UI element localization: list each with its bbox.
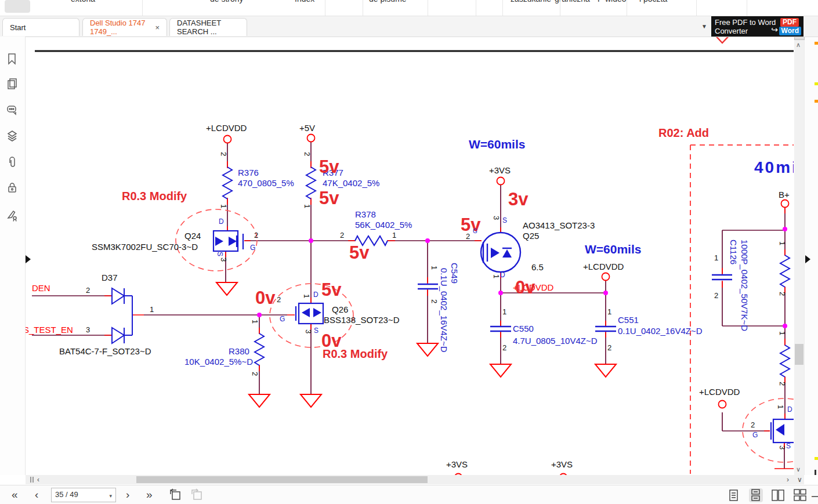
schematic-text: 5v [319, 189, 339, 208]
right-panel-expander-icon[interactable] [805, 255, 810, 263]
tab-close-icon[interactable]: × [155, 23, 160, 32]
menu-item-label[interactable]: extona [71, 0, 95, 3]
annotation-ellipses [176, 209, 794, 462]
next-page-button[interactable]: › [126, 488, 129, 501]
schematic-text: 4.7U_0805_10V4Z~D [513, 336, 598, 346]
menu-item-label[interactable]: Index [295, 0, 314, 3]
resistor-r376 [223, 167, 232, 199]
schematic-text: D [219, 218, 224, 226]
zoom-out-button[interactable]: – [812, 488, 818, 503]
tab-list-dropdown-icon[interactable]: ▼ [701, 23, 707, 30]
schematic-text: +3VS [489, 166, 511, 175]
schematic-text: 2 [303, 152, 311, 156]
schematic-text: 1 [502, 308, 506, 316]
schematic-text: 0.1U_0402_16V4Z~D [618, 327, 703, 336]
schematic-text: 5v [349, 244, 369, 263]
schematic-text: 1 [392, 231, 396, 240]
page-dropdown-icon[interactable]: ▾ [109, 493, 112, 499]
menu-item-label[interactable]: de pisume [369, 0, 407, 3]
single-page-view-icon[interactable] [727, 488, 741, 502]
security-icon[interactable] [5, 181, 20, 196]
menu-item-label[interactable]: de strony [210, 0, 244, 3]
overview-mark [815, 100, 818, 103]
attachments-icon[interactable] [5, 155, 20, 171]
menu-item-label[interactable]: i poczta [639, 0, 667, 3]
menu-item-label[interactable]: P wideo [598, 0, 627, 3]
schematic-text: 470_0805_5% [238, 179, 294, 188]
schematic-text: 3 [86, 326, 90, 334]
last-page-button[interactable]: » [146, 488, 153, 501]
schematic-text: 5v [461, 216, 480, 235]
schematic-text: +5V [299, 124, 315, 133]
schematic-text: 40mi [754, 159, 794, 176]
arrow-icon: ↪ [771, 26, 778, 34]
layers-icon[interactable] [5, 129, 20, 144]
scroll-down-icon[interactable]: ∨ [796, 466, 801, 473]
two-page-grid-view-icon[interactable] [793, 488, 807, 502]
schematic-text: 2 [714, 292, 718, 300]
schematic-text: SSM3K7002FU_SC70-3~D [92, 242, 198, 252]
schematic-text: 1 [778, 241, 786, 245]
schematic-text: 5v [321, 281, 341, 300]
scroll-left-icon[interactable]: ‹ [37, 476, 39, 484]
schematic-text: 0.1U_0402_16V4Z~D [439, 268, 448, 353]
left-panel-expander-icon[interactable] [26, 255, 31, 263]
previous-page-button[interactable]: ‹ [35, 488, 38, 501]
horizontal-scrollbar-thumb[interactable] [136, 476, 428, 483]
pages-icon[interactable] [5, 77, 20, 92]
schematic-text: 1 [219, 204, 227, 208]
overview-mark [815, 42, 818, 45]
schematic-text: Q25 [523, 231, 539, 241]
schematic-text: +LCDVDD [699, 387, 740, 397]
schematic-text: BSS138_SOT23~D [324, 316, 400, 325]
schematic-text: +LCDVDD [583, 262, 624, 271]
schematic-text: R02: Add [658, 127, 709, 139]
two-page-view-icon[interactable] [771, 488, 785, 502]
menu-bar: extonade stronyIndexde pisumezaszukanieg… [0, 0, 818, 16]
scroll-tick [30, 477, 31, 483]
resistor-r377 [306, 167, 316, 199]
schematic-text: G [752, 432, 758, 439]
panel-sidebar [0, 37, 26, 475]
first-page-button[interactable]: « [12, 488, 18, 501]
schematic-text: B+ [779, 190, 790, 200]
vertical-scrollbar[interactable]: ∧ ∨ [794, 37, 804, 475]
schematic-text: 1000P_0402_50V7K~D [740, 240, 749, 331]
horizontal-scrollbar[interactable]: ‹ › ∨ [26, 475, 804, 484]
overview-mark [815, 82, 818, 85]
continuous-view-icon[interactable] [749, 488, 763, 502]
schematic-text: 3 [778, 445, 786, 449]
previous-view-icon[interactable] [169, 488, 183, 502]
schematic-text: 2 [778, 382, 786, 386]
ad-banner[interactable]: Free PDF to Word Converter PDF Word ↪ [711, 16, 803, 37]
next-view-icon[interactable] [190, 488, 204, 502]
tab-start[interactable]: Start [2, 18, 79, 36]
comments-icon[interactable] [5, 103, 20, 118]
schematic-text: 47K_0402_5% [323, 179, 379, 188]
page-number-input[interactable]: 35 / 49 ▾ [51, 488, 116, 502]
scroll-right-icon[interactable]: › [787, 476, 789, 484]
schematic-text: 1 [251, 320, 259, 324]
bookmarks-icon[interactable] [5, 52, 20, 67]
scroll-up-icon[interactable]: ∧ [796, 41, 801, 49]
schematic-text: 2 [251, 372, 259, 376]
schematic-text: 2 [219, 152, 227, 156]
components [112, 167, 794, 443]
schematic-text: 1 [776, 405, 784, 409]
resistor-right-2 [780, 345, 790, 377]
vertical-scrollbar-thumb[interactable] [795, 344, 803, 365]
status-bar: « ‹ 35 / 49 ▾ › » – [0, 485, 818, 504]
schematic-text: 2 [86, 287, 90, 295]
schematic-text: 6.5 [531, 263, 544, 272]
menu-button[interactable] [5, 0, 30, 13]
tab-document[interactable]: Dell Studio 1747 1749_... × [82, 18, 167, 36]
overview-mark [815, 470, 816, 475]
scroll-corner-icon[interactable]: ∨ [797, 476, 802, 484]
menu-item-label[interactable]: zaszukanie [511, 0, 551, 3]
signatures-icon[interactable] [5, 208, 20, 223]
schematic-text: W=60mils [585, 243, 641, 256]
schematic-text: Q24 [184, 231, 201, 241]
document-page: +LCDVDD+5V+3VS+LCDVDDB++LCDVDD+3VS+3VS6.… [0, 0, 794, 485]
schematic-text: G [473, 229, 477, 235]
tab-datasheet[interactable]: DATASHEET SEARCH ... [169, 18, 247, 36]
